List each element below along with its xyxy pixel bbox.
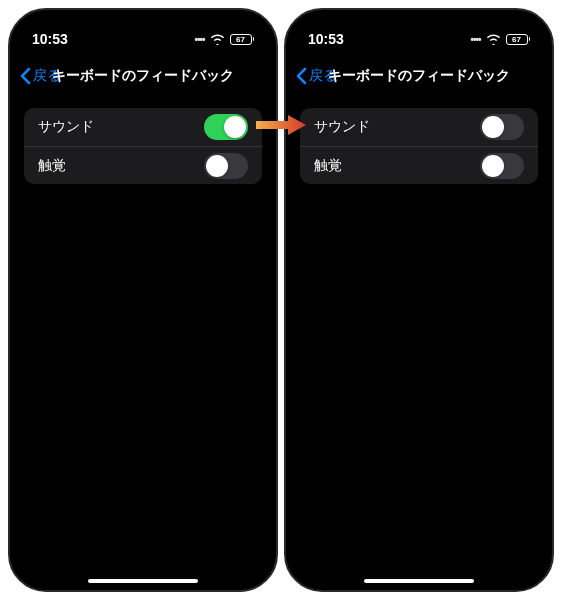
phone-screen-before: 10:53 •••• 67 戻る キーボードのフィードバック サウンド (8, 8, 278, 592)
haptic-row: 触覚 (24, 146, 262, 184)
sound-label: サウンド (38, 118, 94, 136)
status-time: 10:53 (32, 31, 68, 47)
status-bar: 10:53 •••• 67 (286, 10, 552, 56)
status-indicators: •••• 67 (194, 34, 254, 45)
transition-arrow-icon (256, 114, 306, 136)
haptic-label: 触覚 (38, 157, 66, 175)
page-title: キーボードのフィードバック (52, 67, 234, 85)
haptic-toggle[interactable] (480, 153, 524, 179)
nav-bar: 戻る キーボードのフィードバック (286, 56, 552, 96)
status-bar: 10:53 •••• 67 (10, 10, 276, 56)
battery-icon: 67 (230, 34, 255, 45)
wifi-icon (210, 34, 225, 45)
chevron-left-icon (20, 67, 31, 85)
settings-group: サウンド 触覚 (300, 108, 538, 184)
cellular-icon: •••• (194, 34, 204, 45)
chevron-left-icon (296, 67, 307, 85)
status-time: 10:53 (308, 31, 344, 47)
home-indicator[interactable] (88, 579, 198, 583)
sound-toggle[interactable] (204, 114, 248, 140)
home-indicator[interactable] (364, 579, 474, 583)
cellular-icon: •••• (470, 34, 480, 45)
svg-marker-0 (256, 115, 306, 135)
phone-screen-after: 10:53 •••• 67 戻る キーボードのフィードバック サウンド (284, 8, 554, 592)
haptic-toggle[interactable] (204, 153, 248, 179)
status-indicators: •••• 67 (470, 34, 530, 45)
settings-group: サウンド 触覚 (24, 108, 262, 184)
nav-bar: 戻る キーボードのフィードバック (10, 56, 276, 96)
wifi-icon (486, 34, 501, 45)
sound-label: サウンド (314, 118, 370, 136)
sound-row: サウンド (24, 108, 262, 146)
sound-toggle[interactable] (480, 114, 524, 140)
page-title: キーボードのフィードバック (328, 67, 510, 85)
sound-row: サウンド (300, 108, 538, 146)
haptic-row: 触覚 (300, 146, 538, 184)
battery-icon: 67 (506, 34, 531, 45)
haptic-label: 触覚 (314, 157, 342, 175)
